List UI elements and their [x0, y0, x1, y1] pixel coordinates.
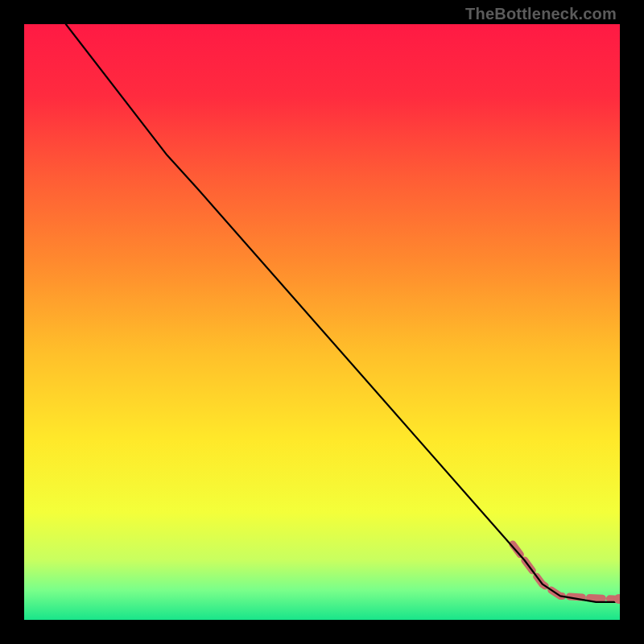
- chart-svg: [24, 24, 620, 620]
- heat-gradient-background: [24, 24, 620, 620]
- attribution-label: TheBottleneck.com: [465, 5, 617, 23]
- plot-area: [24, 24, 620, 620]
- chart-frame: TheBottleneck.com: [0, 0, 644, 644]
